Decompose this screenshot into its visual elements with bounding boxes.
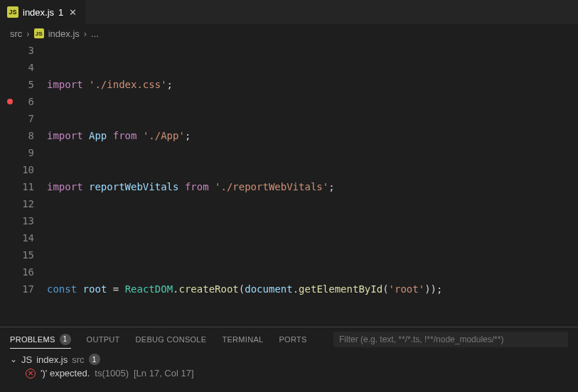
problem-location: [Ln 17, Col 17] (134, 368, 194, 379)
code-content[interactable]: import './index.css'; import App from '.… (47, 42, 578, 327)
code-line[interactable]: import App from './App'; (47, 127, 578, 144)
chevron-down-icon[interactable]: ⌄ (10, 354, 17, 364)
tab-index-js[interactable]: JS index.js 1 ✕ (0, 0, 86, 24)
line-number: 8 (0, 127, 34, 144)
code-line[interactable]: const root = ReactDOM.createRoot(documen… (47, 281, 578, 298)
breadcrumb-folder[interactable]: src (10, 28, 22, 39)
line-number: 16 (0, 263, 34, 281)
line-number: 6 (0, 93, 34, 110)
problems-list: ⌄ JS index.js src 1 ✕ ')' expected. ts(1… (0, 351, 578, 392)
code-line[interactable]: import reportWebVitals from './reportWeb… (47, 178, 578, 195)
js-file-icon: JS (7, 6, 18, 18)
line-number: 3 (0, 42, 34, 59)
line-number: 12 (0, 195, 34, 212)
breadcrumb-file[interactable]: index.js (48, 28, 80, 39)
tab-debug-console[interactable]: DEBUG CONSOLE (136, 335, 207, 344)
problem-file-folder: src (72, 354, 84, 365)
tab-output[interactable]: OUTPUT (87, 335, 120, 344)
problem-message: ')' expected. (41, 368, 90, 379)
problem-file-name: index.js (36, 354, 68, 365)
problem-code: ts(1005) (95, 368, 129, 379)
tab-label: PROBLEMS (10, 335, 55, 344)
line-number: 10 (0, 161, 34, 178)
line-number: 9 (0, 144, 34, 161)
code-line[interactable] (47, 229, 578, 246)
close-icon[interactable]: ✕ (68, 7, 78, 18)
error-breakpoint-icon[interactable] (7, 99, 13, 104)
problem-file-count: 1 (89, 354, 100, 365)
breadcrumb-symbol[interactable]: ... (91, 28, 99, 39)
error-icon: ✕ (26, 369, 36, 379)
line-number: 11 (0, 178, 34, 195)
tab-title: index.js (23, 7, 54, 18)
tabs-bar: JS index.js 1 ✕ (0, 0, 578, 25)
code-line[interactable]: import './index.css'; (47, 76, 578, 93)
problem-file-group[interactable]: ⌄ JS index.js src 1 (6, 352, 572, 366)
line-number: 13 (0, 212, 34, 229)
line-number: 5 (0, 76, 34, 93)
line-number: 17 (0, 281, 34, 298)
line-number: 7 (0, 110, 34, 127)
line-number: 15 (0, 246, 34, 263)
breadcrumb[interactable]: src › JS index.js › ... (0, 25, 578, 42)
line-number-gutter: 3 4 5 6 7 8 9 10 11 12 13 14 15 16 17 (0, 42, 47, 327)
panel-tabs: PROBLEMS 1 OUTPUT DEBUG CONSOLE TERMINAL… (0, 327, 578, 351)
problem-item[interactable]: ✕ ')' expected. ts(1005) [Ln 17, Col 17] (6, 366, 572, 380)
line-number: 14 (0, 229, 34, 246)
code-editor[interactable]: 3 4 5 6 7 8 9 10 11 12 13 14 15 16 17 im… (0, 42, 578, 327)
js-file-icon: JS (34, 28, 44, 38)
bottom-panel: PROBLEMS 1 OUTPUT DEBUG CONSOLE TERMINAL… (0, 327, 578, 392)
chevron-right-icon: › (84, 28, 87, 39)
problems-count-badge: 1 (60, 334, 71, 345)
tab-ports[interactable]: PORTS (279, 335, 306, 344)
chevron-right-icon: › (26, 28, 29, 39)
tab-terminal[interactable]: TERMINAL (222, 335, 263, 344)
js-file-icon: JS (21, 354, 32, 365)
tab-problems[interactable]: PROBLEMS 1 (10, 334, 71, 349)
tab-error-count: 1 (58, 7, 63, 18)
problems-filter-input[interactable] (333, 332, 568, 347)
line-number: 4 (0, 59, 34, 76)
